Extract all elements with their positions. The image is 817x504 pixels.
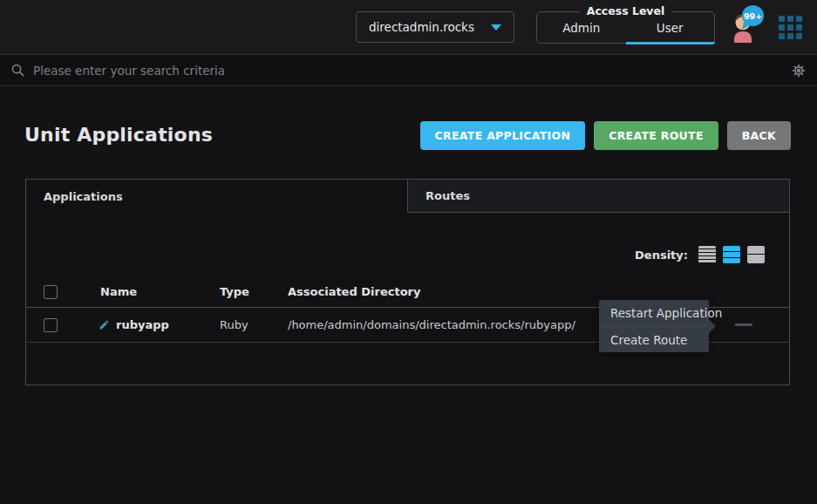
apps-grid-icon[interactable] — [779, 16, 802, 39]
density-label: Density: — [635, 249, 688, 262]
application-type: Ruby — [220, 318, 249, 331]
search-input[interactable] — [33, 64, 783, 78]
edit-pencil-icon[interactable] — [99, 319, 110, 330]
density-medium-icon[interactable] — [723, 246, 740, 263]
chevron-down-icon — [491, 24, 501, 31]
tab-applications[interactable]: Applications — [26, 180, 407, 213]
menu-item-restart-application[interactable]: Restart Application — [599, 300, 709, 326]
create-application-button[interactable]: CREATE APPLICATION — [420, 121, 586, 150]
create-route-button[interactable]: CREATE ROUTE — [594, 121, 718, 150]
menu-item-create-route[interactable]: Create Route — [599, 326, 709, 352]
notifications-count: 99+ — [744, 11, 762, 21]
access-level-label: Access Level — [580, 4, 672, 17]
notifications-badge[interactable]: 99+ — [742, 5, 764, 26]
density-control: Density: — [635, 246, 765, 263]
row-context-menu: Restart Application Create Route — [599, 300, 709, 352]
search-bar — [0, 54, 817, 86]
select-all-checkbox[interactable] — [44, 285, 58, 299]
domain-select[interactable]: directadmin.rocks — [356, 11, 514, 43]
column-header-name: Name — [100, 285, 137, 298]
access-level-active-indicator — [626, 42, 716, 44]
context-menu-arrow — [709, 319, 716, 333]
row-actions-trigger[interactable] — [735, 324, 752, 326]
application-directory: /home/admin/domains/directadmin.rocks/ru… — [288, 318, 575, 331]
page-title: Unit Applications — [24, 124, 213, 146]
unit-applications-page: directadmin.rocks Access Level Admin Use… — [0, 0, 817, 504]
density-relaxed-icon[interactable] — [747, 246, 765, 263]
applications-panel: Applications Routes Density: Name Type A… — [25, 179, 790, 385]
application-name: rubyapp — [116, 318, 169, 331]
access-level-toggle: Access Level Admin User — [536, 11, 715, 44]
row-checkbox[interactable] — [44, 318, 58, 332]
column-header-directory: Associated Directory — [288, 285, 420, 298]
top-bar: directadmin.rocks Access Level Admin Use… — [0, 0, 817, 54]
page-actions: CREATE APPLICATION CREATE ROUTE BACK — [420, 121, 791, 150]
application-name-cell[interactable]: rubyapp — [99, 318, 169, 331]
panel-tabs: Applications Routes — [26, 180, 789, 213]
search-icon — [10, 63, 25, 78]
column-header-type: Type — [220, 285, 249, 298]
back-button[interactable]: BACK — [727, 121, 791, 150]
density-compact-icon[interactable] — [698, 246, 716, 263]
domain-select-value: directadmin.rocks — [369, 20, 474, 34]
tab-routes[interactable]: Routes — [407, 180, 789, 213]
gear-icon[interactable] — [791, 63, 807, 78]
